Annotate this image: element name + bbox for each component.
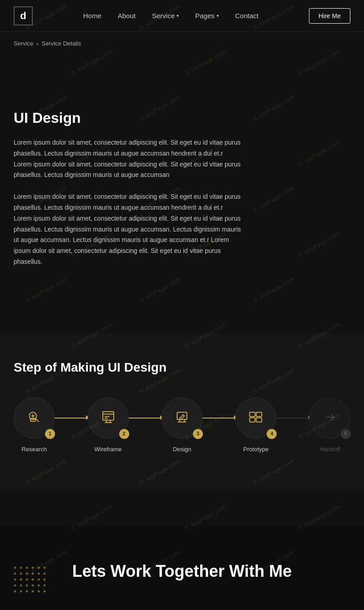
- step-2-circle: 2: [88, 398, 129, 439]
- content-paragraph-1: Lorem ipsum dolor sit amet, consectetur …: [14, 137, 241, 181]
- step-2-number: 2: [119, 429, 129, 439]
- nav-contact[interactable]: Contact: [235, 12, 259, 20]
- svg-rect-16: [250, 412, 255, 416]
- breadcrumb-separator: »: [36, 41, 39, 46]
- svg-point-36: [38, 578, 40, 580]
- svg-point-27: [20, 572, 22, 575]
- pages-dropdown-arrow: ▾: [217, 13, 219, 18]
- hire-me-button[interactable]: Hire Me: [309, 8, 350, 24]
- svg-point-47: [32, 590, 34, 592]
- service-dropdown-arrow: ▾: [177, 13, 179, 18]
- svg-point-34: [26, 578, 28, 580]
- svg-point-42: [38, 584, 40, 586]
- connector-3-4: ▶: [202, 418, 235, 418]
- svg-rect-18: [250, 418, 255, 422]
- content-paragraph-2: Lorem ipsum dolor sit amet, consectetur …: [14, 192, 241, 267]
- svg-point-44: [14, 590, 16, 592]
- dot-pattern: [13, 565, 49, 595]
- process-title: Step of Making UI Design: [14, 360, 350, 375]
- spacer-cta: [0, 489, 364, 525]
- svg-rect-17: [257, 412, 262, 416]
- spacer-middle: [14, 278, 350, 306]
- svg-rect-5: [103, 412, 114, 420]
- step-5-circle: 5: [309, 398, 350, 439]
- svg-line-1: [35, 418, 39, 422]
- step-1-circle: 1: [14, 398, 55, 439]
- svg-rect-19: [257, 418, 262, 422]
- step-prototype: 4 Prototype: [235, 398, 276, 453]
- connector-1-2: ▶: [55, 418, 87, 418]
- process-steps: 1 Research ▶: [14, 398, 350, 453]
- svg-point-37: [44, 578, 46, 580]
- step-4-circle: 4: [235, 398, 276, 439]
- step-5-label: Handoff: [319, 446, 340, 453]
- spacer-top: [14, 73, 350, 110]
- prototype-icon: [248, 410, 263, 426]
- process-section: Step of Making UI Design 1: [0, 333, 364, 489]
- step-2-label: Wireframe: [95, 446, 122, 453]
- nav-home[interactable]: Home: [83, 12, 101, 20]
- nav-pages[interactable]: Pages ▾: [195, 12, 219, 20]
- svg-point-46: [26, 590, 28, 592]
- svg-point-38: [14, 584, 16, 586]
- svg-point-40: [26, 584, 28, 586]
- svg-point-32: [14, 578, 16, 580]
- step-1-number: 1: [45, 429, 55, 439]
- svg-point-25: [44, 566, 46, 569]
- step-research: 1 Research: [14, 398, 55, 453]
- svg-point-49: [44, 590, 46, 592]
- svg-point-29: [32, 572, 34, 575]
- breadcrumb: Service » Service Details: [0, 32, 364, 55]
- cta-title: Lets Work Together With Me: [14, 562, 350, 581]
- svg-point-24: [38, 566, 40, 569]
- svg-point-41: [32, 584, 34, 586]
- research-icon: [27, 410, 41, 426]
- svg-point-22: [26, 566, 28, 569]
- breadcrumb-current: Service Details: [41, 40, 81, 47]
- svg-point-45: [20, 590, 22, 592]
- step-3-circle: 3: [162, 398, 202, 439]
- svg-point-48: [38, 590, 40, 592]
- main-nav: Home About Service ▾ Pages ▾ Contact: [83, 12, 259, 20]
- design-icon: [175, 410, 189, 426]
- step-wireframe: 2 Wireframe: [87, 398, 128, 453]
- svg-point-20: [14, 566, 16, 569]
- step-1-label: Research: [21, 446, 47, 453]
- page-title: UI Design: [14, 110, 350, 126]
- svg-point-43: [44, 584, 46, 586]
- svg-point-26: [14, 572, 16, 575]
- handoff-icon: [323, 410, 337, 426]
- header: d Home About Service ▾ Pages ▾ Contact H…: [0, 0, 364, 32]
- svg-point-28: [26, 572, 28, 575]
- connector-2-3: ▶: [129, 418, 162, 418]
- svg-point-35: [32, 578, 34, 580]
- nav-service[interactable]: Service ▾: [152, 12, 179, 20]
- breadcrumb-parent[interactable]: Service: [14, 40, 33, 47]
- step-3-label: Design: [173, 446, 191, 453]
- svg-point-39: [20, 584, 22, 586]
- step-handoff: 5 Handoff: [309, 398, 350, 453]
- step-5-number: 5: [341, 429, 351, 439]
- svg-point-21: [20, 566, 22, 569]
- wireframe-icon: [101, 410, 116, 426]
- svg-point-31: [44, 572, 46, 575]
- cta-section: Lets Work Together With Me: [0, 525, 364, 610]
- main-content: UI Design Lorem ipsum dolor sit amet, co…: [0, 55, 364, 333]
- logo: d: [14, 6, 33, 25]
- step-design: 3 Design: [162, 398, 202, 453]
- step-4-number: 4: [267, 429, 277, 439]
- svg-point-33: [20, 578, 22, 580]
- step-4-label: Prototype: [243, 446, 269, 453]
- nav-about[interactable]: About: [118, 12, 136, 20]
- svg-point-23: [32, 566, 34, 569]
- svg-point-30: [38, 572, 40, 575]
- step-3-number: 3: [193, 429, 203, 439]
- connector-4-5: ▶: [277, 418, 309, 418]
